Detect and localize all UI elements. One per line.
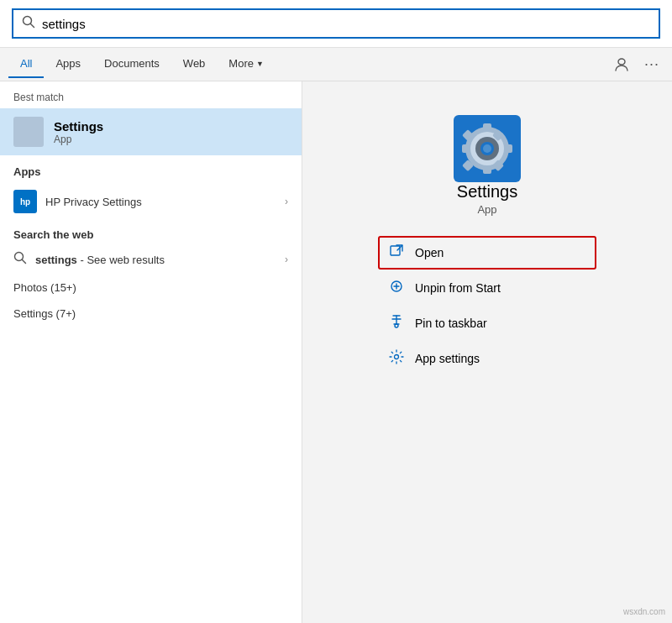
svg-point-22	[395, 324, 398, 327]
open-icon	[388, 243, 405, 262]
settings-app-icon-large	[454, 115, 521, 182]
appsettings-label: App settings	[415, 352, 480, 365]
pin-label: Pin to taskbar	[415, 317, 487, 330]
hp-privacy-settings-item[interactable]: hp HP Privacy Settings ›	[0, 183, 302, 220]
svg-point-18	[483, 144, 491, 153]
svg-rect-10	[462, 144, 470, 153]
hp-icon: hp	[13, 190, 37, 213]
pin-action-row[interactable]: Pin to taskbar	[378, 306, 596, 340]
photos-expand-label: Photos (15+)	[13, 281, 76, 294]
app-detail-name: Settings	[457, 182, 517, 202]
photos-expand-row[interactable]: Photos (15+)	[0, 275, 302, 301]
svg-rect-11	[504, 144, 512, 153]
svg-line-1	[31, 24, 34, 28]
tab-web[interactable]: Web	[171, 50, 218, 78]
web-section-label: Search the web	[0, 220, 302, 244]
pin-icon	[388, 314, 405, 332]
web-search-row[interactable]: settings - See web results ›	[0, 244, 302, 275]
tab-apps[interactable]: Apps	[44, 50, 92, 78]
unpin-label: Unpin from Start	[415, 281, 501, 295]
app-detail-type: App	[477, 203, 496, 216]
best-match-title: Settings	[54, 119, 103, 134]
right-panel: Settings App Open	[302, 81, 672, 623]
main-content: Best match Settings App Apps hp HP Priva…	[0, 81, 672, 623]
hp-privacy-settings-label: HP Privacy Settings	[45, 196, 276, 208]
svg-rect-9	[483, 165, 491, 174]
unpin-action-row[interactable]: Unpin from Start	[378, 271, 596, 305]
svg-line-4	[23, 260, 26, 264]
svg-point-23	[395, 355, 399, 359]
search-bar	[12, 8, 660, 39]
search-icon	[22, 15, 35, 32]
settings-app-icon-small	[13, 117, 44, 147]
chevron-right-icon2: ›	[285, 254, 288, 265]
unpin-icon	[388, 279, 405, 297]
user-icon[interactable]	[610, 53, 633, 76]
open-label: Open	[415, 246, 444, 259]
left-panel: Best match Settings App Apps hp HP Priva…	[0, 81, 302, 623]
search-panel: All Apps Documents Web More ▼ ··· Best m…	[0, 0, 672, 623]
svg-point-3	[15, 253, 24, 261]
more-options-icon[interactable]: ···	[640, 53, 664, 76]
settings-expand-row[interactable]: Settings (7+)	[0, 301, 302, 327]
open-action-row[interactable]: Open	[378, 236, 596, 270]
svg-rect-2	[618, 59, 625, 65]
tab-documents[interactable]: Documents	[92, 50, 171, 78]
appsettings-action-row[interactable]: App settings	[378, 342, 596, 375]
svg-rect-8	[483, 123, 491, 132]
svg-rect-19	[391, 246, 400, 255]
tabs-right-icons: ···	[610, 53, 664, 76]
tabs-bar: All Apps Documents Web More ▼ ···	[0, 48, 672, 81]
best-match-subtitle: App	[54, 134, 103, 145]
tab-more[interactable]: More ▼	[217, 50, 276, 78]
tab-all[interactable]: All	[8, 50, 44, 78]
search-input[interactable]	[42, 17, 650, 31]
settings-expand-label: Settings (7+)	[13, 307, 76, 320]
chevron-down-icon: ▼	[256, 60, 264, 68]
web-search-text: settings - See web results	[35, 254, 276, 266]
appsettings-icon	[388, 349, 405, 368]
search-bar-container	[0, 0, 672, 48]
web-search-icon	[13, 251, 27, 268]
chevron-right-icon: ›	[285, 196, 288, 207]
best-match-label: Best match	[0, 81, 302, 108]
best-match-item[interactable]: Settings App	[0, 108, 302, 155]
apps-section-label: Apps	[0, 155, 302, 183]
watermark: wsxdn.com	[623, 607, 665, 616]
action-list: Open Unpin from Start	[378, 236, 596, 375]
